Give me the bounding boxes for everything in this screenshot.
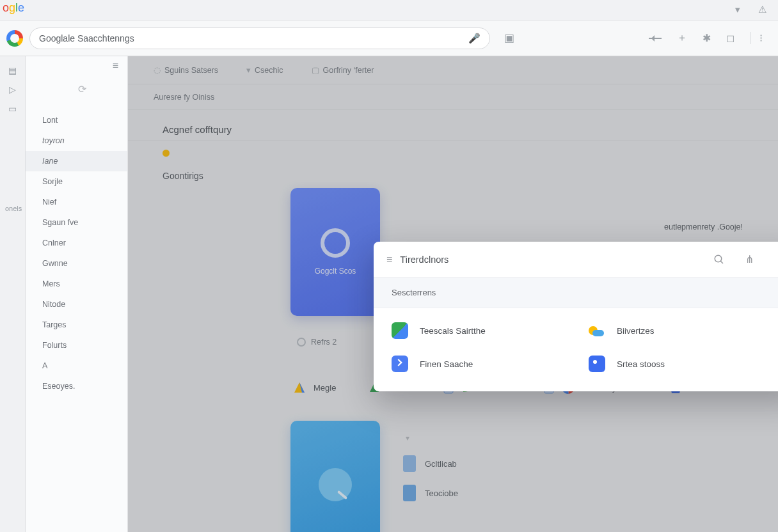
left-rail: ▤ ▷ ▭ xyxy=(0,56,26,532)
panel-icon[interactable]: ◻ xyxy=(726,32,734,44)
mic-icon[interactable]: 🎤 xyxy=(468,33,480,44)
sidebar-item[interactable]: Gwnne xyxy=(26,253,127,274)
sidebar-item[interactable]: Targes xyxy=(26,315,127,335)
search-icon[interactable] xyxy=(707,254,731,265)
modal-body: Teescals SairttheBiivertzesFinen SaacheS… xyxy=(374,308,778,391)
sidebar-item[interactable]: Nitode xyxy=(26,294,127,315)
dot-icon xyxy=(392,356,408,372)
logo-fragment: ogle xyxy=(3,1,24,15)
g-logo-icon xyxy=(6,30,23,47)
modal-item[interactable]: Teescals Sairtthe xyxy=(392,322,589,339)
svg-point-11 xyxy=(715,255,722,262)
caret-down-icon[interactable]: ▾ xyxy=(735,4,740,15)
settings-gear-icon[interactable]: ✱ xyxy=(703,32,711,44)
modal-item-label: Srtea stooss xyxy=(617,359,665,369)
hamburger-icon[interactable]: ≡ xyxy=(113,60,118,72)
cloud-g-icon xyxy=(392,322,408,339)
modal-item-label: Finen Saache xyxy=(420,359,473,369)
modal-item[interactable]: Srtea stooss xyxy=(589,356,778,372)
modal-item[interactable]: Biivertzes xyxy=(589,322,778,339)
modal-section-label: Sescterrens xyxy=(392,288,436,297)
play-icon[interactable]: ▷ xyxy=(9,84,16,95)
address-input[interactable] xyxy=(39,33,462,43)
more-vert-icon[interactable]: ⋮ xyxy=(768,253,778,265)
main-area: ◌Sguins Satsers▾Csechic▢Gorfriny ‘ferter… xyxy=(128,56,778,532)
omnibar-row: 🎤 ▣ ＋ ✱ ◻ ⁝ xyxy=(0,20,778,56)
modal-title: Tirerdclnors xyxy=(400,254,449,265)
cloud-o-icon xyxy=(589,322,605,339)
menu-icon[interactable]: ≡ xyxy=(386,254,392,265)
tab-favicon-icon[interactable]: ▣ xyxy=(504,31,514,45)
sidebar-item[interactable]: A xyxy=(26,356,127,376)
sidebar-item[interactable]: toyron xyxy=(26,130,127,151)
warning-icon[interactable]: ⚠ xyxy=(758,4,766,15)
modal-item-label: Teescals Sairtthe xyxy=(420,326,486,336)
sidebar-item[interactable]: Cnlner xyxy=(26,233,127,253)
more-icon[interactable]: ⁝ xyxy=(750,32,763,44)
modal-item[interactable]: Finen Saache xyxy=(392,356,589,372)
window-controls: ▾ ⚠ xyxy=(735,4,766,15)
shield-icon xyxy=(589,356,605,372)
sidebar-item[interactable]: Sgaun fve xyxy=(26,212,127,233)
share-icon[interactable]: ⋔ xyxy=(739,253,760,265)
svg-line-12 xyxy=(720,261,723,263)
sidebar-item[interactable]: Mers xyxy=(26,274,127,294)
sidebar-item[interactable]: Eseoyes. xyxy=(26,376,127,396)
sidebar-item[interactable]: Nief xyxy=(26,192,127,212)
doc-icon[interactable]: ▤ xyxy=(8,65,17,75)
modal-header: ≡ Tirerdclnors ⋔ ⋮ xyxy=(374,242,778,278)
back-icon[interactable] xyxy=(649,38,662,39)
browser-top-strip: ogle ▾ ⚠ xyxy=(0,0,778,20)
workspace: ▤ ▷ ▭ ≡ ⟳ onels LonttoyronIaneSorjleNief… xyxy=(0,56,778,532)
omnibox[interactable]: 🎤 xyxy=(29,27,490,49)
modal: ≡ Tirerdclnors ⋔ ⋮ Sescterrens ✓ Teescal… xyxy=(374,242,778,391)
modal-section-header[interactable]: Sescterrens ✓ xyxy=(374,278,778,308)
sidebar-item[interactable]: Folurts xyxy=(26,335,127,356)
sidebar-item[interactable]: Iane xyxy=(26,151,127,171)
sidebar-item[interactable]: Lont xyxy=(26,110,127,130)
toolbar-right: ＋ ✱ ◻ ⁝ xyxy=(649,31,772,45)
sidebar-item[interactable]: Sorjle xyxy=(26,171,127,192)
modal-item-label: Biivertzes xyxy=(617,326,655,336)
refresh-icon[interactable]: ⟳ xyxy=(78,83,86,95)
sidebar: ≡ ⟳ onels LonttoyronIaneSorjleNiefSgaun … xyxy=(26,56,128,532)
plus-icon[interactable]: ＋ xyxy=(677,31,687,45)
sidebar-group-label: onels xyxy=(5,205,22,212)
image-icon[interactable]: ▭ xyxy=(8,104,17,114)
